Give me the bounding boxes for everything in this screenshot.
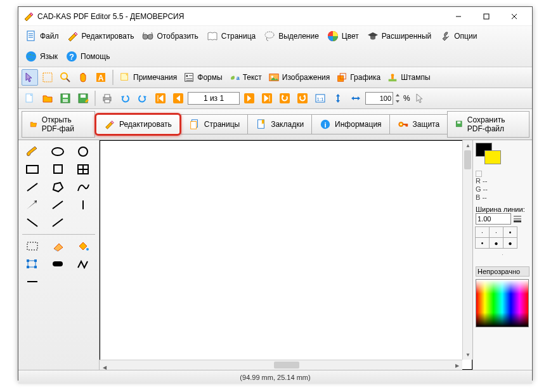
tab-protect[interactable]: Защита [389,114,448,134]
stamps-group[interactable]: Штампы [384,72,432,83]
transform-tool[interactable] [21,256,44,271]
tab-open[interactable]: Открыть PDF-фай [22,111,95,138]
dash-5[interactable]: ● [489,237,503,249]
menu-select[interactable]: Выделение [261,29,321,44]
next-page-button[interactable] [241,90,257,107]
undo-button[interactable] [117,90,133,107]
zoom-spinner[interactable] [394,93,401,104]
redo-button[interactable] [134,90,151,107]
svg-rect-28 [63,95,68,98]
tab-bookmarks[interactable]: Закладки [247,114,312,134]
page-display[interactable]: 1 из 1 [188,92,240,105]
background-swatch[interactable] [484,150,501,164]
forms-group[interactable]: Формы [181,72,224,83]
images-group[interactable]: Изображения [266,72,332,83]
tab-pages[interactable]: Страницы [181,114,248,134]
dash-styles[interactable]: ··• •●● [476,227,529,249]
rect-tool[interactable] [21,162,44,177]
brush-tool[interactable] [21,144,44,159]
fit-11-button[interactable]: 1:1 [312,90,328,107]
scroll-thumb[interactable] [274,362,299,369]
svg-rect-66 [27,242,37,250]
rotate-right-button[interactable] [294,90,311,107]
maximize-button[interactable] [472,8,500,25]
menu-page-label: Страница [221,32,256,41]
new-button[interactable] [22,90,38,107]
fit-height-button[interactable] [330,90,346,107]
open-button[interactable] [39,90,56,107]
save-button[interactable] [57,90,74,107]
menu-color[interactable]: Цвет [324,29,361,44]
menu-page[interactable]: Страница [204,29,258,44]
hand-tool[interactable] [75,69,91,86]
dash-3[interactable]: • [503,226,517,238]
minimize-button[interactable] [445,8,472,25]
square-tool[interactable] [46,162,69,177]
svg-rect-70 [34,259,37,262]
saveas-button[interactable] [75,90,91,107]
bucket-tool[interactable] [72,238,94,254]
scroll-thumb[interactable] [464,150,471,169]
menu-file[interactable]: Файл [22,29,62,44]
graphics-group[interactable]: Графика [334,72,383,83]
vertical-scrollbar[interactable]: ▲ ▼ [462,140,472,360]
eraser-tool[interactable] [46,238,69,254]
select-rect-tool[interactable] [21,238,44,254]
pointer2-button[interactable] [412,90,428,107]
notes-group[interactable]: Примечания [117,72,179,83]
scroll-right-icon[interactable]: ▶ [452,360,462,370]
fit-width-button[interactable] [347,90,364,107]
grid-tool[interactable] [72,162,94,177]
tab-bar: Открыть PDF-фай Редактировать Страницы З… [18,109,532,140]
rotate-left-button[interactable] [276,90,293,107]
color-spectrum[interactable] [476,279,529,327]
prev-page-button[interactable] [170,90,186,107]
scroll-left-icon[interactable]: ◀ [100,363,110,373]
tab-save[interactable]: Сохранить PDF-файл [447,111,529,138]
dash-4[interactable]: • [475,237,490,249]
opacity-label: Непрозрачно [476,266,529,277]
polyline-tool[interactable] [72,256,94,271]
text-group[interactable]: a Текст [226,72,264,83]
print-button[interactable] [99,90,115,107]
line-tool[interactable] [21,180,44,195]
scroll-up-icon[interactable]: ▲ [463,140,473,150]
horizontal-scrollbar[interactable]: ◀ ▶ [100,360,462,370]
curve-tool[interactable] [72,180,94,195]
dash-6[interactable]: ● [503,237,517,249]
text-tool[interactable]: A [93,69,109,86]
zoom-tool[interactable] [57,69,74,86]
menu-language[interactable]: Язык [22,49,60,64]
color-swatches[interactable] [476,143,502,166]
first-page-button[interactable] [152,90,169,107]
diag3-tool[interactable] [46,215,69,230]
menu-view[interactable]: Отобразить [139,29,200,44]
menu-options[interactable]: Опции [436,29,479,44]
canvas[interactable] [100,140,472,370]
circle-tool[interactable] [72,144,94,159]
polygon-tool[interactable] [46,180,69,195]
scroll-down-icon[interactable]: ▼ [463,350,473,360]
menu-edit[interactable]: Редактировать [64,29,137,44]
diag-line-tool[interactable] [46,197,69,212]
ellipse-tool[interactable] [46,144,69,159]
close-button[interactable] [500,8,528,25]
dash-1[interactable]: · [475,226,490,238]
last-page-button[interactable] [259,90,275,107]
menu-advanced[interactable]: Расширенный [364,29,434,44]
tab-info[interactable]: i Информация [311,114,389,134]
hline-tool[interactable] [21,274,44,289]
linewidth-label: Ширина линии: [476,206,529,213]
zoom-input[interactable] [365,92,393,105]
arrow-tool[interactable] [21,197,44,212]
linewidth-input[interactable] [476,213,511,225]
menu-help[interactable]: ? Помощь [63,49,112,64]
vert-line-tool[interactable] [72,197,94,212]
pointer-tool[interactable] [22,69,38,86]
roundrect-tool[interactable] [46,256,69,271]
marquee-tool[interactable] [39,69,56,86]
linewidth-picker-icon[interactable] [512,214,523,224]
tab-edit[interactable]: Редактировать [94,113,181,136]
dash-2[interactable]: · [489,226,503,238]
diag2-tool[interactable] [21,215,44,230]
